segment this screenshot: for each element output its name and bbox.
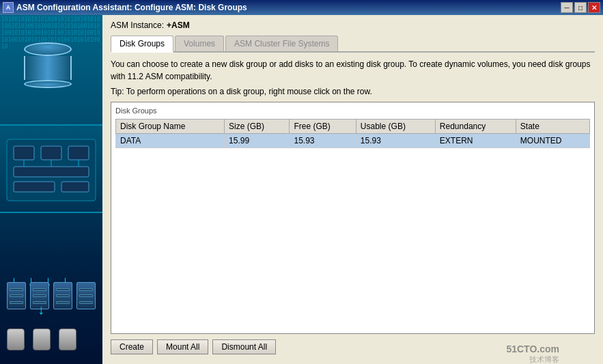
storage-unit-4 [76, 282, 96, 309]
cell-name: DATA [116, 134, 225, 148]
disk-icon-1 [7, 328, 25, 350]
tab-volumes[interactable]: Volumes [175, 36, 224, 51]
tab-asm-cluster[interactable]: ASM Cluster File Systems [225, 36, 338, 51]
col-header-usable: Usable (GB) [356, 120, 435, 134]
title-bar-buttons: ─ □ ✕ [561, 2, 600, 13]
svg-rect-2 [41, 146, 61, 160]
database-icon [14, 42, 82, 90]
title-bar: A ASM Configuration Assistant: Configure… [0, 0, 603, 15]
cell-free: 15.93 [290, 134, 356, 148]
app-icon: A [3, 2, 14, 13]
svg-rect-5 [14, 182, 55, 192]
disk-icons [7, 328, 76, 350]
cell-redundancy: EXTERN [435, 134, 516, 148]
svg-rect-1 [14, 146, 34, 160]
col-header-state: State [516, 120, 589, 134]
svg-rect-6 [61, 182, 89, 192]
table-header-row: Disk Group Name Size (GB) Free (GB) Usab… [116, 120, 590, 134]
col-header-free: Free (GB) [290, 120, 356, 134]
disk-groups-table: Disk Group Name Size (GB) Free (GB) Usab… [115, 119, 590, 148]
svg-rect-4 [14, 167, 89, 177]
minimize-button[interactable]: ─ [561, 2, 573, 13]
right-panel: ASM Instance: +ASM Disk Groups Volumes A… [102, 15, 603, 364]
left-panel: 1010010101010101010101001010101001010100… [0, 15, 102, 364]
tab-disk-groups[interactable]: Disk Groups [111, 36, 173, 53]
tabs-container: Disk Groups Volumes ASM Cluster File Sys… [111, 36, 595, 53]
cell-usable: 15.93 [356, 134, 435, 148]
circuit-svg [0, 126, 102, 214]
col-header-name: Disk Group Name [116, 120, 225, 134]
close-button[interactable]: ✕ [588, 2, 600, 13]
mount-all-button[interactable]: Mount All [157, 339, 208, 354]
watermark: 51CTO.com [506, 344, 559, 354]
storage-unit-1 [7, 282, 26, 309]
disk-groups-title: Disk Groups [115, 107, 590, 115]
info-text: You can choose to create a new disk grou… [111, 58, 595, 83]
disk-groups-container: Disk Groups Disk Group Name Size (GB) Fr… [111, 102, 595, 334]
table-row[interactable]: DATA 15.99 15.93 15.93 EXTERN MOUNTED [116, 134, 590, 148]
instance-value: +ASM [167, 20, 190, 30]
dismount-all-button[interactable]: Dismount All [212, 339, 276, 354]
instance-label: ASM Instance: [111, 20, 164, 30]
storage-icons [7, 282, 96, 309]
disk-icon-3 [59, 328, 76, 350]
svg-rect-3 [68, 146, 89, 160]
watermark2: 技术博客 [529, 354, 559, 365]
maximize-button[interactable]: □ [574, 2, 587, 13]
cell-state: MOUNTED [516, 134, 589, 148]
col-header-redundancy: Redundancy [435, 120, 516, 134]
create-button[interactable]: Create [111, 339, 153, 354]
title-bar-text: A ASM Configuration Assistant: Configure… [3, 2, 247, 13]
instance-row: ASM Instance: +ASM [111, 20, 595, 30]
arrow-down-2: ↓ [38, 302, 44, 318]
window-title: ASM Configuration Assistant: Configure A… [16, 3, 247, 12]
col-header-size: Size (GB) [225, 120, 290, 134]
window-body: 1010010101010101010101001010101001010100… [0, 15, 603, 364]
cell-size: 15.99 [225, 134, 290, 148]
disk-icon-2 [33, 328, 51, 350]
tip-text: Tip: To perform operations on a disk gro… [111, 87, 595, 96]
storage-unit-3 [53, 282, 72, 309]
